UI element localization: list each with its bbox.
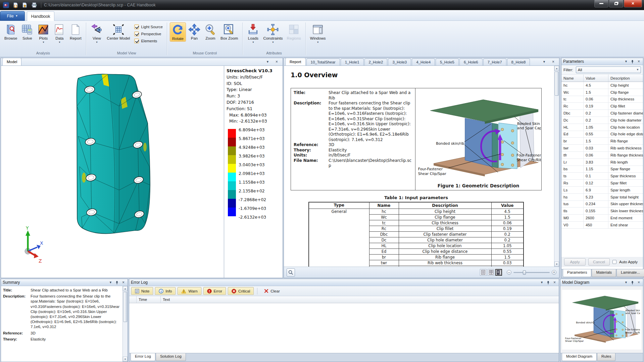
scroll-down-icon[interactable]: ▼ xyxy=(554,262,559,267)
report-tab-1_Hole1[interactable]: 1_Hole1 xyxy=(341,58,364,65)
close-button[interactable]: ✕ xyxy=(624,0,642,7)
report-tab-Report[interactable]: Report xyxy=(285,58,306,65)
error-log-list[interactable] xyxy=(129,303,559,353)
panel-menu-icon[interactable]: ▼ xyxy=(265,59,270,64)
constraints-button[interactable]: Constraints ▼ xyxy=(261,22,284,44)
scroll-thumb[interactable] xyxy=(123,292,127,322)
report-tab-5_Hole5[interactable]: 5_Hole5 xyxy=(436,58,459,65)
parameter-value[interactable]: 5.23 xyxy=(584,194,608,200)
apply-button[interactable]: Apply xyxy=(564,258,586,266)
tab-solution-log[interactable]: Solution Log xyxy=(156,353,186,361)
parameter-row-V0[interactable]: V0450End shear xyxy=(561,222,643,229)
report-tab-2_Hole2[interactable]: 2_Hole2 xyxy=(364,58,388,65)
parameter-row-Wc[interactable]: Wc1.5Clip flange xyxy=(561,89,643,96)
parameter-row-Dc[interactable]: Dc0.2Clip hole diameter xyxy=(561,117,643,124)
column-header-time[interactable]: Time xyxy=(137,296,161,303)
minimize-button[interactable] xyxy=(594,0,608,7)
parameter-value[interactable]: 6.9 xyxy=(584,187,608,193)
info-toggle-button[interactable]: i Info xyxy=(155,287,176,295)
loads-button[interactable]: Loads ▼ xyxy=(245,22,261,44)
report-tab-4_Hole4[interactable]: 4_Hole4 xyxy=(412,58,435,65)
parameter-value[interactable]: 0.06 xyxy=(584,96,608,103)
parameter-value[interactable]: 1.15 xyxy=(584,166,608,173)
parameter-row-tc[interactable]: tc0.06Clip thickness xyxy=(561,96,643,103)
data-button[interactable]: Data ▼ xyxy=(52,22,67,44)
cancel-button[interactable]: Cancel xyxy=(588,258,610,266)
close-icon[interactable]: × xyxy=(636,280,641,285)
parameter-row-Ls[interactable]: Ls6.9Spar length xyxy=(561,187,643,194)
pin-icon[interactable] xyxy=(546,280,551,285)
perspective-checkbox[interactable]: Perspective xyxy=(134,32,163,36)
panel-menu-icon[interactable]: ▼ xyxy=(624,59,629,64)
plots-button[interactable]: Plots ▼ xyxy=(36,22,51,44)
column-header-text[interactable]: Text xyxy=(161,296,559,303)
windows-button[interactable]: Windows ▼ xyxy=(308,22,328,44)
report-tab-10_TotalShear[interactable]: 10_TotalShear xyxy=(306,58,340,65)
tab-laminate[interactable]: Laminate... xyxy=(616,269,644,277)
parameter-value[interactable]: 1.05 xyxy=(584,124,608,131)
note-toggle-button[interactable]: Note xyxy=(131,287,153,295)
parameter-row-Ed[interactable]: Ed0.55Clip hole edge distance xyxy=(561,131,643,138)
column-header-name[interactable]: Name xyxy=(561,75,584,82)
parameter-value[interactable]: 3.83 xyxy=(584,159,608,166)
parameter-row-ts[interactable]: ts0.1Spar thickness xyxy=(561,173,643,180)
report-tab-8_Hole8[interactable]: 8_Hole8 xyxy=(507,58,530,65)
box-zoom-button[interactable]: Box Zoom xyxy=(219,22,240,41)
browse-button[interactable]: Browse xyxy=(3,22,19,41)
zoom-button[interactable]: Zoom xyxy=(203,22,218,41)
parameter-value[interactable]: 0.155 xyxy=(584,208,608,214)
parameter-value[interactable]: 0.2 xyxy=(584,110,608,117)
scroll-down-icon[interactable]: ▼ xyxy=(123,357,128,362)
parameter-row-Rs[interactable]: Rs0.12Spar fillet xyxy=(561,180,643,187)
light-source-checkbox[interactable]: Light Source xyxy=(134,25,163,29)
tab-parameters[interactable]: Parameters xyxy=(563,269,591,277)
parameter-value[interactable]: 0.06 xyxy=(584,152,608,159)
tab-rules[interactable]: Rules xyxy=(597,353,615,361)
tab-list-icon[interactable]: ▼ xyxy=(542,59,547,64)
layout-reading-view-button[interactable] xyxy=(495,269,502,276)
clear-button[interactable]: Clear xyxy=(261,287,283,295)
layout-single-page-button[interactable] xyxy=(480,269,487,276)
tab-model-diagram[interactable]: Model Diagram xyxy=(562,353,597,361)
column-header-description[interactable]: Description xyxy=(608,75,643,82)
parameter-row-Rc[interactable]: Rc0.19Clip fillet xyxy=(561,103,643,110)
panel-menu-icon[interactable]: ▼ xyxy=(108,280,113,285)
pin-icon[interactable] xyxy=(630,59,635,64)
parameter-row-bs[interactable]: bs1.15Spar flange xyxy=(561,166,643,173)
parameter-value[interactable]: 1.5 xyxy=(584,138,608,144)
restore-button[interactable] xyxy=(609,0,623,7)
critical-toggle-button[interactable]: Critical xyxy=(228,287,254,295)
close-icon[interactable]: × xyxy=(274,59,279,64)
parameter-value[interactable]: 450 xyxy=(584,222,608,228)
tab-handbook[interactable]: Handbook xyxy=(27,11,54,21)
report-document[interactable]: 1.0 Overview Title:Shear Clip attached t… xyxy=(284,66,559,267)
report-tab-3_Hole3[interactable]: 3_Hole3 xyxy=(388,58,411,65)
report-button[interactable]: Report xyxy=(68,22,83,41)
parameter-row-tus[interactable]: tus0.234Skin upper thickness xyxy=(561,201,643,208)
open-file-icon[interactable] xyxy=(21,1,29,9)
rotate-button[interactable]: Rotate xyxy=(170,22,186,42)
parameter-row-twr[interactable]: twr0.03Rib web thickness xyxy=(561,145,643,152)
warn-toggle-button[interactable]: ! Warn xyxy=(178,287,201,295)
zoom-slider-track[interactable] xyxy=(513,272,550,273)
parameter-value[interactable]: 0.1 xyxy=(584,173,608,179)
summary-scrollbar[interactable]: ▲ ▼ xyxy=(122,286,128,362)
parameter-row-HL[interactable]: HL1.05Clip hole location xyxy=(561,124,643,131)
column-header-value[interactable]: Value xyxy=(584,75,608,82)
file-menu-button[interactable]: File▼ xyxy=(0,11,25,21)
scroll-up-icon[interactable]: ▲ xyxy=(554,66,559,71)
print-icon[interactable] xyxy=(30,1,38,9)
tab-error-log[interactable]: Error Log xyxy=(131,353,155,361)
parameter-row-hs[interactable]: hs5.23Spar total height xyxy=(561,194,643,201)
parameter-value[interactable]: 4.5 xyxy=(584,82,608,89)
auto-apply-checkbox[interactable] xyxy=(612,260,616,264)
close-icon[interactable]: × xyxy=(636,59,641,64)
tab-model[interactable]: Model xyxy=(2,58,21,65)
parameter-row-M0[interactable]: M02600End moment xyxy=(561,215,643,222)
model-viewport[interactable]: Y X Z StressCheck V10.3 Units: in/lbf/se… xyxy=(1,66,283,278)
layout-two-column-button[interactable] xyxy=(488,269,494,276)
report-tab-6_Hole6[interactable]: 6_Hole6 xyxy=(459,58,483,65)
elements-checkbox[interactable]: Elements xyxy=(134,39,163,43)
zoom-in-icon[interactable]: + xyxy=(552,270,556,275)
report-scrollbar[interactable]: ▲ ▼ xyxy=(554,66,559,267)
